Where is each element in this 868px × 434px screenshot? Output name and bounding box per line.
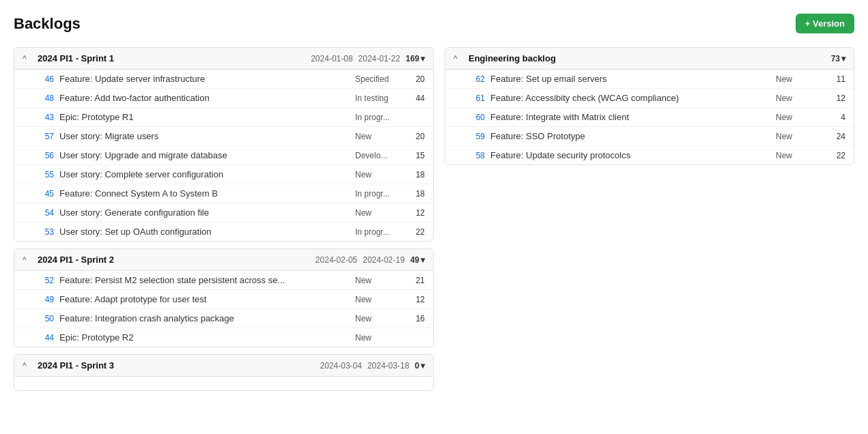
item-name: Feature: SSO Prototype <box>490 131 770 141</box>
sprint-3-count-btn[interactable]: 0 ▾ <box>415 361 425 371</box>
item-name: Epic: Prototype R1 <box>59 112 350 122</box>
main-content: ^ 2024 PI1 - Sprint 1 2024-01-08 2024-01… <box>14 47 854 391</box>
table-row: 55User story: Complete server configurat… <box>14 165 433 184</box>
table-row: 49Feature: Adapt prototype for user test… <box>14 290 433 309</box>
item-name: Feature: Integrate with Matrix client <box>490 112 770 122</box>
table-row: 53User story: Set up OAuth configuration… <box>14 222 433 241</box>
table-row: 61Feature: Accessibity check (WCAG compl… <box>445 89 854 108</box>
item-status: New <box>776 132 824 141</box>
table-row: 60Feature: Integrate with Matrix clientN… <box>445 108 854 127</box>
sprint-1-date-start: 2024-01-08 <box>311 54 352 63</box>
sprint-3-toggle[interactable]: ^ <box>23 361 32 371</box>
item-id[interactable]: 53 <box>36 227 54 237</box>
item-points: 11 <box>829 74 845 84</box>
item-id[interactable]: 52 <box>36 276 54 285</box>
table-row: 62Feature: Set up email serversNew11 <box>445 70 854 89</box>
table-row: 44Epic: Prototype R2New <box>14 328 433 347</box>
item-status: In testing <box>355 93 403 103</box>
item-points: 22 <box>829 151 845 160</box>
item-id[interactable]: 54 <box>36 208 54 218</box>
item-points: 20 <box>408 74 425 84</box>
item-name: User story: Generate configuration file <box>59 207 350 218</box>
item-id[interactable]: 60 <box>467 113 485 122</box>
item-id[interactable]: 61 <box>467 93 485 103</box>
item-id[interactable]: 55 <box>36 170 54 179</box>
sprint-3-dates: 2024-03-04 2024-03-18 <box>320 361 410 371</box>
sprint-2-date-start: 2024-02-05 <box>316 255 357 265</box>
item-points: 12 <box>408 208 425 218</box>
eng-backlog-chevron-icon: ▾ <box>841 54 845 63</box>
item-id[interactable]: 56 <box>36 151 54 160</box>
item-name: User story: Complete server configuratio… <box>59 169 350 179</box>
engineering-backlog-header: ^ Engineering backlog 73 ▾ <box>445 48 854 70</box>
sprint-3-name: 2024 PI1 - Sprint 3 <box>38 360 315 371</box>
item-id[interactable]: 45 <box>36 189 54 199</box>
table-row: 52Feature: Persist M2 selection state pe… <box>14 271 433 290</box>
item-name: Feature: Accessibity check (WCAG complia… <box>490 93 770 103</box>
table-row: 56User story: Upgrade and migrate databa… <box>14 146 433 165</box>
item-status: In progr... <box>355 113 403 122</box>
item-status: New <box>355 276 403 285</box>
item-name: Feature: Persist M2 selection state pers… <box>59 275 350 285</box>
item-name: Feature: Update server infrastructure <box>59 74 350 84</box>
page-header: Backlogs + Version <box>14 14 854 33</box>
item-id[interactable]: 43 <box>36 113 54 122</box>
item-points: 12 <box>829 93 845 103</box>
sprint-3-chevron-icon: ▾ <box>421 361 425 371</box>
sprint-1-dates: 2024-01-08 2024-01-22 <box>311 54 400 63</box>
sprint-2-block: ^ 2024 PI1 - Sprint 2 2024-02-05 2024-02… <box>14 248 434 347</box>
sprint-1-date-end: 2024-01-22 <box>359 54 400 63</box>
item-name: Feature: Adapt prototype for user test <box>59 294 350 304</box>
item-status: In progr... <box>355 227 403 237</box>
sprint-1-header: ^ 2024 PI1 - Sprint 1 2024-01-08 2024-01… <box>14 48 433 70</box>
item-status: New <box>355 132 403 141</box>
engineering-backlog-block: ^ Engineering backlog 73 ▾ 62Feature: Se… <box>445 47 854 165</box>
item-name: Feature: Connect System A to System B <box>59 188 350 199</box>
item-points: 12 <box>408 295 425 304</box>
item-id[interactable]: 50 <box>36 314 54 323</box>
eng-backlog-toggle[interactable]: ^ <box>453 54 463 63</box>
sprint-2-name: 2024 PI1 - Sprint 2 <box>38 255 310 265</box>
sprint-2-dates: 2024-02-05 2024-02-19 <box>316 255 405 265</box>
right-column: ^ Engineering backlog 73 ▾ 62Feature: Se… <box>445 47 854 165</box>
item-id[interactable]: 44 <box>36 333 54 343</box>
item-points: 21 <box>408 276 425 285</box>
table-row: 57User story: Migrate usersNew20 <box>14 127 433 146</box>
item-id[interactable]: 62 <box>467 74 485 84</box>
version-button[interactable]: + Version <box>796 14 854 33</box>
item-id[interactable]: 57 <box>36 132 54 141</box>
item-status: New <box>776 93 824 103</box>
item-id[interactable]: 58 <box>467 151 485 160</box>
eng-backlog-count-btn[interactable]: 73 ▾ <box>831 54 845 63</box>
sprint-2-toggle[interactable]: ^ <box>23 255 32 265</box>
page-title: Backlogs <box>14 15 81 33</box>
item-points: 22 <box>408 227 425 237</box>
sprint-3-items <box>14 377 433 390</box>
table-row: 48Feature: Add two-factor authentication… <box>14 89 433 108</box>
sprint-3-block: ^ 2024 PI1 - Sprint 3 2024-03-04 2024-03… <box>14 354 434 391</box>
item-id[interactable]: 59 <box>467 132 485 141</box>
item-points: 15 <box>408 151 425 160</box>
item-status: New <box>355 208 403 218</box>
item-id[interactable]: 46 <box>36 74 54 84</box>
item-points: 16 <box>408 314 425 323</box>
item-status: New <box>355 333 403 343</box>
table-row: 59Feature: SSO PrototypeNew24 <box>445 127 854 146</box>
item-name: Feature: Set up email servers <box>490 74 770 84</box>
table-row: 46Feature: Update server infrastructureS… <box>14 70 433 89</box>
item-status: New <box>776 151 824 160</box>
sprint-2-chevron-icon: ▾ <box>421 255 425 265</box>
sprint-1-items: 46Feature: Update server infrastructureS… <box>14 70 433 241</box>
sprint-1-count: 169 <box>406 54 419 63</box>
item-name: Feature: Add two-factor authentication <box>59 93 350 103</box>
item-id[interactable]: 48 <box>36 93 54 103</box>
left-column: ^ 2024 PI1 - Sprint 1 2024-01-08 2024-01… <box>14 47 434 391</box>
sprint-1-count-btn[interactable]: 169 ▾ <box>406 54 425 63</box>
item-id[interactable]: 49 <box>36 295 54 304</box>
sprint-1-toggle[interactable]: ^ <box>23 54 32 63</box>
item-name: Epic: Prototype R2 <box>59 332 350 343</box>
item-name: Feature: Integration crash analytics pac… <box>59 313 350 323</box>
table-row: 43Epic: Prototype R1In progr... <box>14 108 433 127</box>
item-name: User story: Migrate users <box>59 131 350 141</box>
sprint-2-count-btn[interactable]: 49 ▾ <box>410 255 425 265</box>
